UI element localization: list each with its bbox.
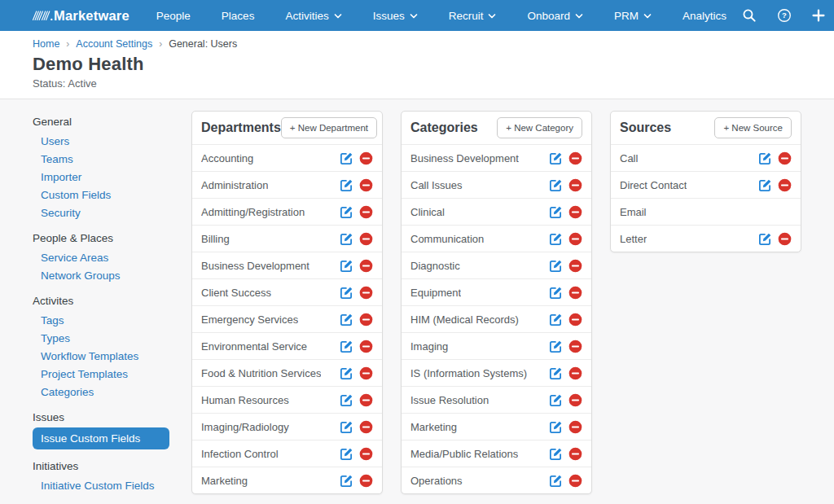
edit-icon[interactable]: [549, 393, 563, 407]
delete-icon[interactable]: [568, 474, 582, 488]
delete-icon[interactable]: [359, 286, 373, 300]
delete-icon[interactable]: [778, 232, 792, 246]
delete-icon[interactable]: [359, 205, 373, 219]
delete-icon[interactable]: [359, 420, 373, 434]
sidebar-item-network-groups[interactable]: Network Groups: [33, 266, 191, 284]
sidebar-item-types[interactable]: Types: [33, 329, 191, 347]
nav-item-analytics[interactable]: Analytics: [667, 0, 742, 31]
help-icon[interactable]: ?: [777, 8, 792, 23]
edit-icon[interactable]: [549, 340, 563, 353]
sidebar-item-teams[interactable]: Teams: [33, 150, 191, 168]
nav-item-prm[interactable]: PRM: [599, 0, 667, 31]
nav-item-activities[interactable]: Activities: [270, 0, 357, 31]
edit-icon[interactable]: [549, 420, 563, 434]
delete-icon[interactable]: [568, 205, 582, 219]
edit-icon[interactable]: [758, 151, 772, 165]
new-department-button[interactable]: + New Department: [281, 117, 377, 138]
edit-icon[interactable]: [549, 178, 563, 192]
page-title: Demo Health: [33, 54, 818, 75]
edit-icon[interactable]: [340, 178, 353, 192]
edit-icon[interactable]: [549, 286, 563, 300]
delete-icon[interactable]: [359, 393, 373, 407]
delete-icon[interactable]: [568, 178, 582, 192]
delete-icon[interactable]: [359, 447, 373, 461]
edit-icon[interactable]: [340, 366, 353, 380]
search-icon[interactable]: [742, 8, 757, 23]
nav-item-places[interactable]: Places: [206, 0, 270, 31]
add-icon[interactable]: [812, 9, 825, 22]
edit-icon[interactable]: [549, 313, 563, 327]
edit-icon[interactable]: [340, 151, 353, 165]
sidebar-item-security[interactable]: Security: [33, 204, 191, 221]
sidebar-item-issue-custom-fields[interactable]: Issue Custom Fields: [33, 427, 169, 449]
edit-icon[interactable]: [549, 151, 563, 165]
edit-icon[interactable]: [340, 286, 353, 300]
sidebar-item-project-templates[interactable]: Project Templates: [33, 365, 191, 383]
delete-icon[interactable]: [568, 393, 582, 407]
delete-icon[interactable]: [359, 474, 373, 488]
new-category-button[interactable]: + New Category: [497, 117, 582, 138]
delete-icon[interactable]: [568, 151, 582, 165]
sidebar-item-service-areas[interactable]: Service Areas: [33, 248, 191, 266]
sidebar-item-categories[interactable]: Categories: [33, 383, 191, 401]
delete-icon[interactable]: [778, 178, 792, 192]
categories-title: Categories: [410, 121, 478, 135]
edit-icon[interactable]: [340, 420, 353, 434]
new-source-button[interactable]: + New Source: [714, 117, 792, 138]
delete-icon[interactable]: [359, 340, 373, 353]
nav-item-recruit[interactable]: Recruit: [433, 0, 512, 31]
delete-icon[interactable]: [568, 286, 582, 300]
delete-icon[interactable]: [568, 313, 582, 327]
edit-icon[interactable]: [549, 366, 563, 380]
delete-icon[interactable]: [568, 420, 582, 434]
delete-icon[interactable]: [568, 232, 582, 246]
sidebar-item-tags[interactable]: Tags: [33, 311, 191, 329]
delete-icon[interactable]: [568, 366, 582, 380]
category-row-business-development: Business Development: [402, 144, 591, 171]
delete-icon[interactable]: [359, 232, 373, 246]
edit-icon[interactable]: [340, 340, 353, 353]
edit-icon[interactable]: [758, 232, 772, 246]
sidebar-item-custom-fields[interactable]: Custom Fields: [33, 186, 191, 204]
breadcrumb-account-settings[interactable]: Account Settings: [76, 38, 152, 50]
edit-icon[interactable]: [549, 232, 563, 246]
delete-icon[interactable]: [359, 151, 373, 165]
delete-icon[interactable]: [568, 340, 582, 353]
row-actions: [549, 420, 582, 434]
row-actions: [340, 286, 373, 300]
edit-icon[interactable]: [340, 205, 353, 219]
row-label: Imaging: [410, 340, 448, 353]
edit-icon[interactable]: [340, 393, 353, 407]
delete-icon[interactable]: [359, 178, 373, 192]
edit-icon[interactable]: [549, 205, 563, 219]
edit-icon[interactable]: [340, 313, 353, 327]
sidebar-item-importer[interactable]: Importer: [33, 168, 191, 186]
edit-icon[interactable]: [758, 178, 772, 192]
delete-icon[interactable]: [359, 313, 373, 327]
category-row-communication: Communication: [402, 225, 591, 252]
edit-icon[interactable]: [549, 259, 563, 273]
brand-logo[interactable]: Marketware: [31, 8, 129, 24]
edit-icon[interactable]: [340, 259, 353, 273]
edit-icon[interactable]: [340, 232, 353, 246]
sidebar-item-initiative-custom-fields[interactable]: Initiative Custom Fields: [33, 476, 191, 494]
nav-item-people[interactable]: People: [141, 0, 206, 31]
delete-icon[interactable]: [568, 447, 582, 461]
delete-icon[interactable]: [359, 259, 373, 273]
delete-icon[interactable]: [568, 259, 582, 273]
edit-icon[interactable]: [549, 474, 563, 488]
edit-icon[interactable]: [340, 447, 353, 461]
settings-sidebar: General Users Teams Importer Custom Fiel…: [33, 111, 191, 504]
breadcrumb-home[interactable]: Home: [33, 38, 59, 50]
delete-icon[interactable]: [359, 366, 373, 380]
row-actions: [340, 420, 373, 434]
nav-item-onboard[interactable]: Onboard: [511, 0, 599, 31]
nav-item-issues[interactable]: Issues: [358, 0, 433, 31]
sidebar-item-users[interactable]: Users: [33, 132, 191, 150]
delete-icon[interactable]: [778, 151, 792, 165]
edit-icon[interactable]: [549, 447, 563, 461]
sidebar-item-workflow-templates[interactable]: Workflow Templates: [33, 347, 191, 365]
row-actions: [340, 393, 373, 407]
edit-icon[interactable]: [340, 474, 353, 488]
category-row-media-public-relations: Media/Public Relations: [402, 440, 591, 467]
